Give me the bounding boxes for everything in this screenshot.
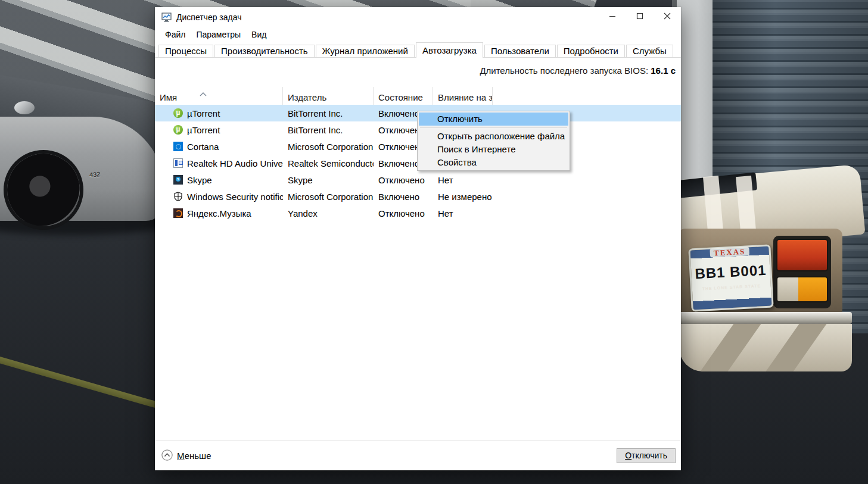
bios-label: Длительность последнего запуска BIOS: xyxy=(480,65,648,76)
utorrent-icon: µ xyxy=(173,108,183,118)
bios-duration-line: Длительность последнего запуска BIOS: 16… xyxy=(155,65,681,77)
column-header-impact[interactable]: Влияние на за... xyxy=(433,87,493,105)
row-publisher: BitTorrent Inc. xyxy=(283,108,374,118)
tab-users[interactable]: Пользователи xyxy=(484,45,556,57)
wallpaper-car-mirror xyxy=(14,101,35,114)
utorrent-icon: µ xyxy=(173,125,183,135)
row-status: Отключено xyxy=(374,175,433,185)
menu-file[interactable]: Файл xyxy=(160,29,191,40)
row-name: Skype xyxy=(187,175,212,185)
close-icon xyxy=(664,13,671,20)
row-name: µTorrent xyxy=(187,125,220,135)
row-name: Windows Security notificati... xyxy=(187,192,283,202)
row-impact: Не измерено xyxy=(433,192,493,202)
column-header-publisher[interactable]: Издатель xyxy=(283,87,374,105)
minimize-icon xyxy=(609,13,616,20)
context-menu: Отключить Открыть расположение файла Пои… xyxy=(417,111,570,171)
chevron-up-circle-icon xyxy=(161,449,173,463)
license-plate-slogan: THE LONE STAR STATE xyxy=(702,283,761,291)
bios-value: 16.1 с xyxy=(651,65,676,76)
context-menu-separator xyxy=(420,127,567,128)
row-impact: Нет xyxy=(433,208,493,218)
row-publisher: Yandex xyxy=(283,208,374,218)
table-row-windows-security[interactable]: Windows Security notificati... Microsoft… xyxy=(155,188,681,205)
tab-app-history[interactable]: Журнал приложений xyxy=(316,45,415,57)
column-header-empty xyxy=(493,87,681,105)
context-menu-item-search-online[interactable]: Поиск в Интернете xyxy=(419,143,568,156)
row-name: µTorrent xyxy=(187,108,220,118)
tab-details[interactable]: Подробности xyxy=(557,45,625,57)
task-manager-icon xyxy=(161,13,172,22)
row-publisher: Microsoft Corporation xyxy=(283,142,374,152)
tab-services[interactable]: Службы xyxy=(626,45,673,57)
taillight-reverse-lens xyxy=(777,277,798,301)
minimize-button[interactable] xyxy=(599,7,626,25)
menu-options[interactable]: Параметры xyxy=(191,29,246,40)
wallpaper-license-plate: TEXAS BB1 B001 THE LONE STAR STATE xyxy=(688,244,773,311)
row-publisher: BitTorrent Inc. xyxy=(283,125,374,135)
tab-performance[interactable]: Производительность xyxy=(214,45,315,57)
license-plate-state: TEXAS xyxy=(710,246,749,257)
skype-icon xyxy=(173,175,183,185)
menubar: Файл Параметры Вид xyxy=(155,27,681,42)
context-menu-item-open-file-location[interactable]: Открыть расположение файла xyxy=(419,130,568,143)
row-publisher: Skype xyxy=(283,175,374,185)
maximize-button[interactable] xyxy=(626,7,654,25)
sort-ascending-icon xyxy=(200,88,207,98)
row-name: Cortana xyxy=(187,142,219,152)
menu-view[interactable]: Вид xyxy=(246,29,272,40)
wallpaper-taillight xyxy=(773,236,831,308)
tab-startup[interactable]: Автозагрузка xyxy=(416,42,483,58)
table-row-yandex-music[interactable]: Яндекс.Музыка Yandex Отключено Нет xyxy=(155,205,681,221)
row-name: Яндекс.Музыка xyxy=(187,208,251,218)
row-name: Realtek HD Audio Universal ... xyxy=(187,158,283,168)
task-manager-window: Диспетчер задач Файл Параметры Вид Проце… xyxy=(155,7,681,470)
row-status: Включено xyxy=(374,192,433,202)
tab-bar: Процессы Производительность Журнал прило… xyxy=(155,42,681,58)
wallpaper-car-wheel xyxy=(7,154,80,226)
yandex-music-icon xyxy=(173,208,183,218)
row-publisher: Microsoft Corporation xyxy=(283,192,374,202)
table-row-skype[interactable]: Skype Skype Отключено Нет xyxy=(155,171,681,188)
table-header: Имя Издатель Состояние Влияние на за... xyxy=(155,87,681,105)
footer-bar: Меньше Отключить xyxy=(155,441,681,470)
wallpaper-car-badge: 432 xyxy=(89,170,101,178)
maximize-icon xyxy=(636,13,643,20)
row-impact: Нет xyxy=(433,175,493,185)
taillight-red-lens xyxy=(776,239,828,271)
titlebar: Диспетчер задач xyxy=(155,7,681,27)
license-plate-number: BB1 B001 xyxy=(695,262,767,282)
taillight-amber-lens xyxy=(798,277,827,301)
realtek-audio-icon xyxy=(173,158,183,168)
disable-button[interactable]: Отключить xyxy=(617,448,676,463)
cortana-icon xyxy=(173,142,183,151)
column-header-status[interactable]: Состояние xyxy=(374,87,433,105)
fewer-details-label: Меньше xyxy=(177,451,211,461)
row-publisher: Realtek Semiconductor xyxy=(283,158,374,168)
context-menu-item-disable[interactable]: Отключить xyxy=(419,113,568,126)
windows-security-shield-icon xyxy=(173,192,183,201)
wallpaper-car-lower-body xyxy=(679,324,852,371)
context-menu-item-properties[interactable]: Свойства xyxy=(419,156,568,169)
tab-processes[interactable]: Процессы xyxy=(158,45,213,57)
fewer-details-toggle[interactable]: Меньше xyxy=(161,449,211,463)
window-title: Диспетчер задач xyxy=(176,13,242,22)
column-header-name[interactable]: Имя xyxy=(155,87,283,105)
wallpaper-chrome-bumper xyxy=(673,312,852,324)
close-button[interactable] xyxy=(654,7,681,25)
row-status: Отключено xyxy=(374,208,433,218)
